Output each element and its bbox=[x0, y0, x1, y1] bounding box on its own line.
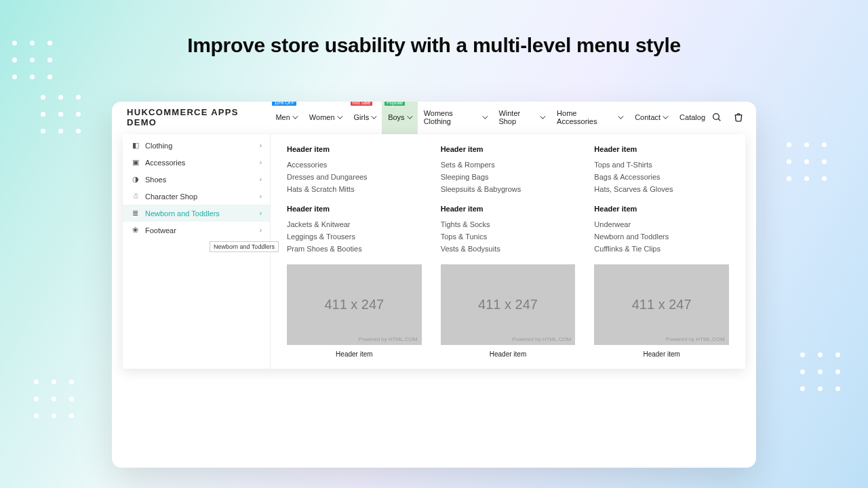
chevron-down-icon bbox=[371, 115, 376, 120]
chevron-right-icon: › bbox=[260, 209, 262, 217]
flyout-link[interactable]: Leggings & Trousers bbox=[287, 230, 422, 243]
svg-point-0 bbox=[713, 114, 719, 120]
sidebar-item-clothing[interactable]: ◧Clothing› bbox=[123, 137, 270, 154]
flyout-header: Header item bbox=[287, 145, 422, 153]
flyout-link[interactable]: Sleepsuits & Babygrows bbox=[441, 183, 576, 195]
svg-line-1 bbox=[718, 119, 720, 121]
chevron-right-icon: › bbox=[260, 192, 262, 200]
flyout-link[interactable]: Bags & Accessories bbox=[594, 171, 729, 183]
chevron-right-icon: › bbox=[260, 142, 262, 149]
flyout-link[interactable]: Hats, Scarves & Gloves bbox=[594, 183, 729, 195]
mega-flyout: Header itemAccessoriesDresses and Dungar… bbox=[271, 134, 745, 369]
sidebar-item-character-shop[interactable]: ☃Character Shop› bbox=[123, 188, 270, 205]
flyout-link[interactable]: Hats & Scratch Mitts bbox=[287, 183, 422, 195]
flyout-link[interactable]: Pram Shoes & Booties bbox=[287, 243, 422, 255]
nav-item-catalog[interactable]: Catalog bbox=[673, 102, 711, 135]
chevron-down-icon bbox=[482, 115, 487, 120]
search-icon[interactable] bbox=[711, 112, 722, 123]
placeholder-credit: Powered by HTML.COM bbox=[666, 336, 725, 342]
category-icon: ◑ bbox=[131, 175, 140, 184]
category-icon: ❀ bbox=[131, 226, 140, 235]
nav-item-label: Boys bbox=[388, 113, 404, 121]
flyout-link[interactable]: Sleeping Bags bbox=[441, 171, 576, 183]
chevron-down-icon bbox=[337, 115, 342, 120]
sidebar-item-newborn-and-toddlers[interactable]: ≣Newborn and Toddlers› bbox=[123, 205, 270, 222]
flyout-link[interactable]: Dresses and Dungarees bbox=[287, 171, 422, 183]
nav-item-girls[interactable]: Hot SaleGirls bbox=[348, 102, 382, 135]
nav-item-label: Women bbox=[309, 113, 335, 121]
sidebar-item-accessories[interactable]: ▣Accessories› bbox=[123, 154, 270, 171]
sidebar-item-label: Accessories bbox=[145, 159, 185, 167]
flyout-link[interactable]: Jackets & Knitwear bbox=[287, 218, 422, 230]
nav-item-women[interactable]: Women bbox=[303, 102, 348, 135]
demo-window: HUKCOMMERCE APPS DEMO 10% OFFMenWomenHot… bbox=[112, 102, 756, 468]
nav-item-womens-clothing[interactable]: Womens Clothing bbox=[418, 102, 493, 135]
chevron-down-icon bbox=[292, 115, 297, 120]
chevron-right-icon: › bbox=[260, 176, 262, 183]
chevron-down-icon bbox=[407, 115, 412, 120]
sidebar-item-label: Newborn and Toddlers bbox=[145, 209, 220, 218]
placeholder-credit: Powered by HTML.COM bbox=[512, 336, 571, 342]
cart-icon[interactable] bbox=[733, 112, 744, 123]
placeholder-credit: Powered by HTML.COM bbox=[359, 336, 418, 342]
chevron-right-icon: › bbox=[260, 159, 262, 166]
flyout-link[interactable]: Tights & Socks bbox=[441, 218, 576, 230]
placeholder-caption: Header item bbox=[441, 350, 576, 358]
decor-dots bbox=[787, 142, 827, 181]
flyout-link[interactable]: Accessories bbox=[287, 159, 422, 171]
flyout-link[interactable]: Underwear bbox=[594, 218, 729, 230]
image-placeholder[interactable]: 411 x 247Powered by HTML.COM bbox=[594, 264, 729, 345]
tooltip: Newborn and Toddlers bbox=[210, 241, 279, 252]
nav-item-contact[interactable]: Contact bbox=[629, 102, 673, 135]
flyout-header: Header item bbox=[594, 145, 729, 153]
flyout-link[interactable]: Sets & Rompers bbox=[441, 159, 576, 171]
flyout-header: Header item bbox=[441, 205, 576, 213]
sidebar-item-label: Footwear bbox=[145, 226, 176, 235]
brand-title: HUKCOMMERCE APPS DEMO bbox=[127, 107, 269, 127]
nav-menu: 10% OFFMenWomenHot SaleGirlsPopularBoysW… bbox=[269, 102, 711, 135]
image-placeholder[interactable]: 411 x 247Powered by HTML.COM bbox=[287, 264, 422, 345]
page-headline: Improve store usability with a multi-lev… bbox=[0, 34, 868, 57]
nav-item-label: Girls bbox=[354, 113, 370, 121]
chevron-down-icon bbox=[618, 115, 623, 120]
category-icon: ≣ bbox=[131, 209, 140, 218]
category-icon: ☃ bbox=[131, 192, 140, 201]
chevron-right-icon: › bbox=[260, 226, 262, 234]
sidebar-item-shoes[interactable]: ◑Shoes› bbox=[123, 171, 270, 188]
nav-item-home-accessories[interactable]: Home Accessories bbox=[551, 102, 629, 135]
mega-menu: Newborn and Toddlers ◧Clothing›▣Accessor… bbox=[123, 134, 745, 369]
flyout-column: Header itemSets & RompersSleeping BagsSl… bbox=[441, 144, 576, 358]
sidebar-item-label: Clothing bbox=[145, 142, 172, 150]
nav-item-winter-shop[interactable]: Winter Shop bbox=[492, 102, 551, 135]
nav-item-men[interactable]: 10% OFFMen bbox=[269, 102, 302, 135]
nav-badge: 10% OFF bbox=[272, 102, 296, 106]
flyout-link[interactable]: Tops & Tunics bbox=[441, 230, 576, 243]
sidebar-item-label: Character Shop bbox=[145, 192, 197, 201]
decor-dots bbox=[34, 380, 75, 418]
category-icon: ▣ bbox=[131, 158, 140, 167]
flyout-column: Header itemTops and T-ShirtsBags & Acces… bbox=[594, 144, 729, 358]
flyout-column: Header itemAccessoriesDresses and Dungar… bbox=[287, 144, 422, 358]
top-navbar: HUKCOMMERCE APPS DEMO 10% OFFMenWomenHot… bbox=[112, 102, 756, 133]
flyout-link[interactable]: Newborn and Toddlers bbox=[594, 230, 729, 243]
category-icon: ◧ bbox=[131, 141, 140, 150]
sidebar-item-label: Shoes bbox=[145, 176, 166, 184]
flyout-header: Header item bbox=[441, 145, 576, 153]
placeholder-caption: Header item bbox=[287, 350, 422, 358]
sidebar-item-footwear[interactable]: ❀Footwear› bbox=[123, 222, 270, 239]
nav-item-label: Contact bbox=[635, 113, 660, 121]
nav-badge: Popular bbox=[384, 102, 405, 106]
decor-dots bbox=[800, 352, 841, 391]
flyout-header: Header item bbox=[287, 205, 422, 213]
decor-dots bbox=[41, 95, 81, 134]
nav-item-boys[interactable]: PopularBoys bbox=[382, 102, 417, 135]
image-placeholder[interactable]: 411 x 247Powered by HTML.COM bbox=[441, 264, 576, 345]
flyout-link[interactable]: Cufflinks & Tie Clips bbox=[594, 243, 729, 255]
nav-item-label: Home Accessories bbox=[557, 109, 616, 125]
nav-badge: Hot Sale bbox=[351, 102, 373, 106]
flyout-link[interactable]: Tops and T-Shirts bbox=[594, 159, 729, 171]
flyout-link[interactable]: Vests & Bodysuits bbox=[441, 243, 576, 255]
nav-item-label: Men bbox=[275, 113, 290, 121]
flyout-header: Header item bbox=[594, 205, 729, 213]
chevron-down-icon bbox=[540, 115, 545, 120]
